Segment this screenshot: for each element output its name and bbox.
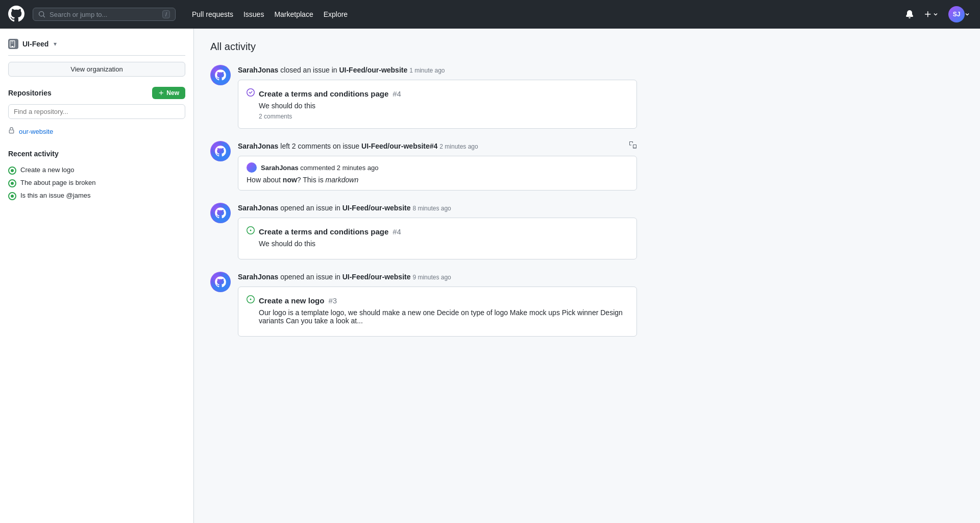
org-icon — [8, 39, 18, 49]
issue-number: #3 — [328, 296, 337, 305]
recent-activity-title: Recent activity — [8, 150, 59, 158]
svg-rect-2 — [211, 204, 230, 222]
activity-item: SarahJonas opened an issue in UI-Feed/ou… — [210, 272, 637, 337]
comment-avatar — [247, 162, 257, 173]
activity-action: opened an issue in — [280, 273, 342, 281]
activity-time: 9 minutes ago — [412, 274, 451, 281]
recent-item: The about page is broken — [8, 177, 185, 189]
activity-avatar — [210, 272, 231, 292]
activity-repo-link[interactable]: UI-Feed/our-website — [342, 204, 411, 212]
issue-open-icon — [247, 226, 255, 236]
search-box[interactable]: / — [33, 8, 176, 21]
nav-pull-requests[interactable]: Pull requests — [188, 7, 237, 21]
issue-number: #4 — [393, 227, 401, 236]
activity-header: SarahJonas closed an issue in UI-Feed/ou… — [238, 65, 637, 76]
avatar-button[interactable]: SJ — [946, 4, 972, 25]
recent-item-text: The about page is broken — [20, 179, 95, 186]
recent-item: Is this an issue @james — [8, 189, 185, 202]
activity-action: left 2 comments on issue — [280, 142, 361, 150]
activity-avatar — [210, 65, 231, 85]
expand-icon[interactable] — [629, 141, 637, 152]
recent-item: Create a new logo — [8, 164, 185, 177]
nav-explore[interactable]: Explore — [320, 7, 352, 21]
search-input[interactable] — [50, 11, 158, 18]
activity-action: opened an issue in — [280, 204, 342, 212]
recent-dot-icon — [8, 167, 16, 175]
activity-content: SarahJonas left 2 comments on issue UI-F… — [238, 141, 637, 191]
issue-body: We should do this — [259, 240, 628, 248]
plus-small-icon — [158, 90, 164, 96]
issue-title: Create a terms and conditions page — [259, 227, 388, 236]
org-name: UI-Feed — [22, 40, 48, 48]
activity-content: SarahJonas closed an issue in UI-Feed/ou… — [238, 65, 637, 129]
issue-body: We should do this — [259, 102, 628, 110]
activity-avatar — [210, 203, 231, 223]
issue-title-row: Create a terms and conditions page #4 — [247, 226, 628, 236]
avatar: SJ — [948, 6, 965, 22]
activity-repo-link[interactable]: UI-Feed/our-website#4 — [361, 142, 437, 150]
comment-meta: SarahJonas commented 2 minutes ago — [261, 164, 379, 172]
repositories-title: Repositories — [8, 89, 52, 97]
header-nav: Pull requests Issues Marketplace Explore — [188, 7, 352, 21]
chevron-down-icon — [933, 12, 938, 17]
repositories-section-header: Repositories New — [8, 87, 185, 99]
comment-header: SarahJonas commented 2 minutes ago — [247, 162, 628, 173]
repo-item-our-website[interactable]: our-website — [8, 125, 185, 137]
github-logo[interactable] — [8, 6, 24, 23]
activity-item: SarahJonas left 2 comments on issue UI-F… — [210, 141, 637, 191]
main-content: All activity Sar — [194, 29, 653, 523]
issue-number: #4 — [393, 89, 401, 98]
recent-dot-icon — [8, 179, 16, 187]
activity-header: SarahJonas opened an issue in UI-Feed/ou… — [238, 272, 637, 282]
repo-search-input[interactable] — [8, 104, 185, 119]
nav-issues[interactable]: Issues — [239, 7, 268, 21]
activity-avatar — [210, 141, 231, 161]
activity-item: SarahJonas closed an issue in UI-Feed/ou… — [210, 65, 637, 129]
activity-content: SarahJonas opened an issue in UI-Feed/ou… — [238, 203, 637, 259]
org-header: UI-Feed ▾ — [8, 39, 185, 56]
activity-username[interactable]: SarahJonas — [238, 142, 278, 150]
activity-username[interactable]: SarahJonas — [238, 204, 278, 212]
page-layout: UI-Feed ▾ View organization Repositories… — [0, 29, 980, 523]
activity-action: closed an issue in — [280, 66, 339, 74]
issue-open-icon — [247, 295, 255, 305]
activity-username[interactable]: SarahJonas — [238, 273, 278, 281]
issue-title-row: Create a terms and conditions page #4 — [247, 88, 628, 99]
new-repo-button[interactable]: New — [152, 87, 185, 99]
svg-rect-0 — [211, 66, 230, 84]
issue-title: Create a terms and conditions page — [259, 89, 388, 98]
issue-title: Create a new logo — [259, 296, 324, 305]
nav-marketplace[interactable]: Marketplace — [270, 7, 317, 21]
activity-card: Create a terms and conditions page #4 We… — [238, 80, 637, 129]
recent-activity-section: Recent activity Create a new logo The ab… — [8, 150, 185, 202]
activity-username[interactable]: SarahJonas — [238, 66, 278, 74]
activity-card: Create a new logo #3 Our logo is a templ… — [238, 287, 637, 337]
repo-name: our-website — [19, 128, 53, 135]
activity-time: 1 minute ago — [409, 67, 445, 74]
view-organization-button[interactable]: View organization — [8, 62, 185, 77]
issue-body: Our logo is a template logo, we should m… — [259, 308, 628, 325]
lock-icon — [8, 127, 15, 135]
site-header: / Pull requests Issues Marketplace Explo… — [0, 0, 980, 29]
svg-rect-1 — [211, 142, 230, 160]
recent-dot-icon — [8, 192, 16, 200]
bell-icon — [905, 10, 914, 18]
add-button[interactable] — [922, 8, 940, 20]
activity-repo-link[interactable]: UI-Feed/our-website — [342, 273, 411, 281]
notifications-button[interactable] — [903, 8, 916, 20]
activity-time: 8 minutes ago — [412, 205, 451, 212]
org-dropdown-icon: ▾ — [54, 40, 57, 47]
activity-item: SarahJonas opened an issue in UI-Feed/ou… — [210, 203, 637, 259]
comment-card: SarahJonas commented 2 minutes ago How a… — [238, 156, 637, 191]
activity-card: Create a terms and conditions page #4 We… — [238, 218, 637, 259]
activity-repo-link[interactable]: UI-Feed/our-website — [339, 66, 407, 74]
recent-item-text: Create a new logo — [20, 166, 75, 174]
search-shortcut: / — [162, 10, 170, 18]
activity-time: 2 minutes ago — [439, 143, 478, 150]
svg-rect-3 — [211, 273, 230, 291]
search-icon — [38, 11, 45, 18]
avatar-chevron-icon — [965, 12, 970, 17]
header-actions: SJ — [903, 4, 972, 25]
activity-header: SarahJonas opened an issue in UI-Feed/ou… — [238, 203, 637, 213]
comment-body: How about now? This is markdown — [247, 176, 628, 184]
